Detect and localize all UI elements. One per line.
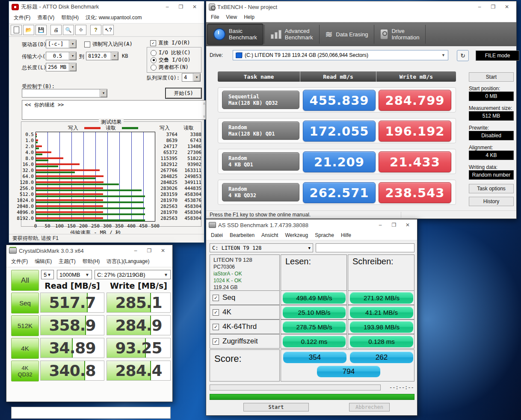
- menu-help[interactable]: 帮助(H): [58, 13, 82, 22]
- minimize-button[interactable]: –: [473, 2, 486, 12]
- measurement-size-value[interactable]: 512 MB: [469, 111, 514, 121]
- drive-select[interactable]: [-c-]▼: [46, 40, 77, 48]
- file-mode-button[interactable]: FILE mode: [476, 50, 519, 61]
- checkbox-checked-icon[interactable]: ✓: [213, 295, 219, 301]
- 4k-64thrd-checkbox-row[interactable]: ✓4K-64Thrd: [210, 319, 280, 334]
- transfer-to-select[interactable]: 8192.0▼: [86, 52, 118, 60]
- neither-radio[interactable]: 两者都不(N): [151, 64, 189, 71]
- drive-select[interactable]: C: LITEON T9 128▼: [210, 243, 313, 252]
- writing-data-value[interactable]: Random number: [469, 170, 514, 180]
- start-button[interactable]: Start: [469, 72, 514, 82]
- menu-file[interactable]: 文件(F): [8, 257, 31, 266]
- description-box[interactable]: << 你的描述 >> ∧ ∨: [22, 100, 207, 120]
- print-preview-icon[interactable]: 🔍: [63, 25, 74, 35]
- context-help-icon[interactable]: ↖?: [103, 25, 114, 35]
- seq-checkbox-row[interactable]: ✓Seq: [210, 290, 280, 305]
- test-size-select[interactable]: 1000MB▼: [57, 270, 92, 279]
- menu-language[interactable]: Sprache: [312, 231, 337, 239]
- total-length-select[interactable]: 256 MB▼: [46, 63, 77, 71]
- menu-file[interactable]: File: [208, 13, 222, 21]
- menu-tools[interactable]: Werkzeug: [282, 231, 311, 239]
- menu-help[interactable]: Help: [241, 13, 258, 21]
- menu-edit[interactable]: 编辑(E): [32, 257, 55, 266]
- menu-view[interactable]: 查看(V): [34, 13, 57, 22]
- history-button[interactable]: History: [469, 197, 514, 206]
- transfer-from-select[interactable]: 0.5▼: [46, 52, 77, 60]
- menu-language[interactable]: 语言(L)(Language): [104, 257, 152, 266]
- print-icon[interactable]: 🖨: [50, 25, 62, 35]
- refresh-button[interactable]: ↻: [457, 50, 469, 61]
- maximize-button[interactable]: ❐: [142, 246, 156, 255]
- minimize-button[interactable]: –: [129, 246, 142, 255]
- alignment-value[interactable]: 4 KB: [469, 151, 514, 160]
- task-name-button[interactable]: Random4 KB QD1: [222, 152, 299, 171]
- cdm-titlebar[interactable]: CrystalDiskMark 3.0.3 x64 – ❐ ✕: [6, 245, 172, 256]
- maximize-button[interactable]: ❐: [387, 220, 401, 230]
- save-icon[interactable]: 💾: [36, 25, 47, 35]
- minimize-button[interactable]: –: [160, 2, 174, 12]
- txbench-titlebar[interactable]: TxBENCH - New project – ❐ ✕: [206, 1, 516, 12]
- 4k-checkbox-row[interactable]: ✓4K: [210, 305, 280, 319]
- menu-file[interactable]: 文件(F): [11, 13, 33, 22]
- 4k-qd32-test-button[interactable]: 4KQD32: [11, 361, 39, 382]
- tab-basic-benchmark[interactable]: BasicBenchmark: [207, 24, 263, 45]
- move-icon[interactable]: ✥: [75, 25, 86, 35]
- asssd-titlebar[interactable]: AS SSD Benchmark 1.7.4739.38088 – ❐ ✕: [206, 219, 417, 231]
- checkbox-checked-icon[interactable]: ✓: [213, 338, 219, 345]
- controlled-by-select[interactable]: ▼: [22, 89, 107, 98]
- queue-depth-select[interactable]: 4▼: [182, 73, 201, 82]
- task-name-button[interactable]: RandomMax(128 KB) QD1: [222, 121, 299, 140]
- prewrite-value[interactable]: Disabled: [469, 131, 514, 140]
- menu-file[interactable]: Datei: [208, 231, 226, 239]
- scroll-down-icon[interactable]: ∨: [203, 114, 205, 118]
- task-options-button[interactable]: Task options: [469, 184, 514, 193]
- task-name-button[interactable]: Random4 KB QD32: [222, 183, 299, 201]
- start-position-value[interactable]: 0 MB: [469, 92, 514, 101]
- 4k-test-button[interactable]: 4K: [11, 338, 39, 359]
- 512k-test-button[interactable]: 512K: [11, 315, 39, 336]
- target-drive-select[interactable]: C: 27% (32/119GB)▼: [95, 270, 171, 279]
- access-time-checkbox-row[interactable]: ✓Zugriffszeit: [210, 334, 280, 349]
- tab-data-erasing[interactable]: ≋ Data Erasing: [320, 22, 374, 46]
- task-name-button[interactable]: SequentialMax(128 KB) QD32: [222, 91, 299, 109]
- help-icon[interactable]: ?: [90, 25, 101, 35]
- menu-view[interactable]: View: [223, 13, 240, 21]
- io-compare-radio[interactable]: I/O 比较(C): [151, 49, 191, 56]
- maximize-button[interactable]: ❐: [174, 2, 188, 12]
- secondary-input[interactable]: [316, 243, 414, 252]
- menu-edit[interactable]: Bearbeiten: [227, 231, 258, 239]
- new-file-icon[interactable]: [11, 25, 22, 35]
- seq-test-button[interactable]: Seq: [11, 293, 39, 314]
- comment-input[interactable]: [11, 407, 171, 419]
- checkbox-checked-icon[interactable]: ✓: [213, 324, 219, 330]
- menu-theme[interactable]: 主题(T): [56, 257, 78, 266]
- cancel-button[interactable]: Abbrechen: [349, 403, 390, 411]
- menu-view[interactable]: Ansicht: [258, 231, 281, 239]
- 4k-qd32-write-value: 284.4: [107, 361, 170, 380]
- scroll-up-icon[interactable]: ∧: [203, 101, 205, 106]
- atto-titlebar[interactable]: 无标题 - ATTO Disk Benchmark – ❐ ✕: [9, 1, 204, 12]
- test-count-select[interactable]: 5▼: [41, 270, 54, 279]
- close-button[interactable]: ✕: [188, 2, 201, 12]
- close-button[interactable]: ✕: [401, 220, 414, 230]
- tab-drive-information[interactable]: DriveInformation: [374, 22, 425, 46]
- writing-data-label: Writing data:: [469, 164, 497, 170]
- menu-help[interactable]: 帮助(H): [80, 257, 103, 266]
- checkbox-checked-icon[interactable]: ✓: [213, 309, 219, 316]
- force-write-checkbox[interactable]: 强制写入访问(A): [84, 41, 133, 48]
- access-time-read-value: 0.122 ms: [283, 336, 346, 347]
- maximize-button[interactable]: ❐: [486, 2, 500, 12]
- overlapped-io-radio[interactable]: 交叠 I/O(O): [151, 56, 191, 64]
- menu-help[interactable]: Hilfe: [338, 231, 354, 239]
- close-button[interactable]: ✕: [156, 246, 170, 255]
- drive-select[interactable]: (C:) LITEON T9 128 119.24 GB (250,066,94…: [233, 50, 448, 60]
- start-button[interactable]: Start: [243, 403, 309, 411]
- minimize-button[interactable]: –: [373, 220, 387, 230]
- all-test-button[interactable]: All: [11, 270, 39, 291]
- close-button[interactable]: ✕: [500, 2, 514, 12]
- tab-advanced-benchmark[interactable]: AdvancedBenchmark: [265, 22, 319, 46]
- direct-io-checkbox[interactable]: ✓直接 I/O(R): [150, 39, 190, 47]
- atto-read-col: 3388674313486273065182293902163311249853…: [179, 132, 201, 222]
- open-file-icon[interactable]: 📂: [23, 25, 34, 35]
- start-button[interactable]: 开始(S): [166, 88, 201, 98]
